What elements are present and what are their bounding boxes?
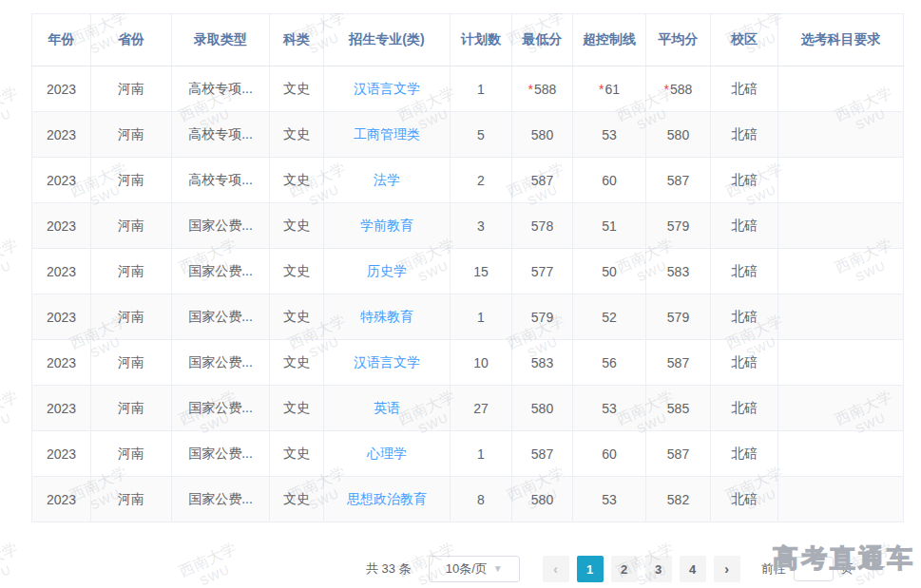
cell-avg: 579: [646, 203, 711, 249]
cell-avg: 580: [646, 112, 711, 158]
cell-req: [778, 112, 904, 158]
cell-subject: 文史: [270, 431, 324, 477]
column-header-subject: 科类: [270, 14, 324, 66]
cell-province: 河南: [91, 66, 172, 112]
column-header-avg: 平均分: [646, 14, 711, 66]
cell-avg: 579: [646, 294, 711, 340]
cell-subject: 文史: [270, 249, 324, 294]
cell-major: 特殊教育: [324, 294, 451, 340]
column-header-year: 年份: [32, 14, 91, 66]
major-link[interactable]: 思想政治教育: [347, 491, 427, 506]
page: 年份省份录取类型科类招生专业(类)计划数最低分超控制线平均分校区选考科目要求 2…: [0, 13, 921, 588]
cell-year: 2023: [32, 112, 91, 158]
table-row: 2023河南国家公费...文史历史学1557750583北碚: [32, 249, 904, 294]
cell-major: 法学: [324, 158, 451, 203]
cell-req: [778, 386, 904, 431]
watermark-tile: 西南大学SWU: [0, 235, 28, 292]
page-size-select[interactable]: 10条/页 ▼: [429, 556, 520, 582]
table-row: 2023河南高校专项...文史汉语言文学1*588*61*588北碚: [32, 66, 904, 112]
cell-avg: 582: [646, 477, 711, 522]
cell-avg: *588: [646, 66, 711, 112]
column-header-above: 超控制线: [573, 14, 646, 66]
column-header-type: 录取类型: [172, 14, 270, 66]
jump-prefix-label: 前往: [761, 560, 786, 578]
cell-year: 2023: [32, 158, 91, 203]
column-header-req: 选考科目要求: [778, 14, 904, 66]
cell-above: *61: [573, 66, 646, 112]
cell-req: [778, 294, 904, 340]
cell-req: [778, 158, 904, 203]
major-link[interactable]: 汉语言文学: [354, 81, 420, 96]
major-link[interactable]: 特殊教育: [360, 309, 413, 324]
star-marker: *: [664, 82, 669, 97]
cell-min: *588: [512, 66, 573, 112]
pagination-bar: 共 33 条 10条/页 ▼ ‹ 1234 › 前往 页: [366, 556, 854, 582]
prev-page-button[interactable]: ‹: [543, 556, 569, 582]
cell-subject: 文史: [270, 203, 324, 249]
cell-min: 587: [512, 158, 573, 203]
cell-above: 56: [573, 340, 646, 386]
major-link[interactable]: 英语: [374, 400, 400, 415]
page-button-1[interactable]: 1: [577, 556, 604, 582]
table-row: 2023河南国家公费...文史学前教育357851579北碚: [32, 203, 904, 249]
major-link[interactable]: 心理学: [367, 446, 407, 461]
cell-above: 53: [573, 386, 646, 431]
cell-plan: 2: [451, 158, 512, 203]
cell-campus: 北碚: [711, 66, 778, 112]
next-page-button[interactable]: ›: [714, 556, 740, 582]
cell-min: 580: [512, 112, 573, 158]
table-row: 2023河南国家公费...文史心理学158760587北碚: [32, 431, 904, 477]
cell-type: 国家公费...: [172, 340, 270, 386]
cell-major: 工商管理类: [324, 112, 451, 158]
page-button-3[interactable]: 3: [645, 556, 672, 582]
page-button-2[interactable]: 2: [611, 556, 638, 582]
major-link[interactable]: 汉语言文学: [354, 354, 420, 370]
major-link[interactable]: 学前教育: [360, 218, 413, 233]
cell-avg: 587: [646, 340, 711, 386]
cell-campus: 北碚: [711, 294, 778, 340]
page-jumper: 前往 页: [761, 557, 854, 581]
table-header-row: 年份省份录取类型科类招生专业(类)计划数最低分超控制线平均分校区选考科目要求: [32, 14, 904, 66]
cell-major: 英语: [324, 386, 451, 431]
major-link[interactable]: 法学: [374, 172, 400, 187]
cell-avg: 587: [646, 431, 711, 477]
cell-min: 580: [512, 386, 573, 431]
column-header-campus: 校区: [711, 14, 778, 66]
cell-avg: 587: [646, 158, 711, 203]
watermark-tile: 西南大学SWU: [0, 387, 28, 444]
major-link[interactable]: 工商管理类: [354, 126, 420, 142]
cell-campus: 北碚: [711, 386, 778, 431]
cell-year: 2023: [32, 386, 91, 431]
table-row: 2023河南国家公费...文史英语2758053585北碚: [32, 386, 904, 431]
column-header-plan: 计划数: [451, 14, 512, 66]
cell-campus: 北碚: [711, 112, 778, 158]
cell-year: 2023: [32, 431, 91, 477]
cell-req: [778, 249, 904, 294]
cell-province: 河南: [91, 431, 172, 477]
cell-type: 国家公费...: [172, 431, 270, 477]
cell-year: 2023: [32, 66, 91, 112]
cell-type: 高校专项...: [172, 66, 270, 112]
jump-page-input[interactable]: [794, 557, 834, 581]
cell-major: 思想政治教育: [324, 477, 451, 522]
cell-plan: 27: [451, 386, 512, 431]
page-button-4[interactable]: 4: [680, 556, 706, 582]
cell-major: 汉语言文学: [324, 66, 451, 112]
cell-min: 578: [512, 203, 573, 249]
cell-subject: 文史: [270, 386, 324, 431]
cell-plan: 8: [451, 477, 512, 522]
cell-subject: 文史: [270, 477, 324, 522]
cell-type: 高校专项...: [172, 112, 270, 158]
cell-above: 52: [573, 294, 646, 340]
cell-above: 51: [573, 203, 646, 249]
cell-province: 河南: [91, 386, 172, 431]
chevron-down-icon: ▼: [493, 564, 503, 574]
table-row: 2023河南国家公费...文史汉语言文学1058356587北碚: [32, 340, 904, 386]
cell-plan: 5: [451, 112, 512, 158]
cell-province: 河南: [91, 112, 172, 158]
admissions-table: 年份省份录取类型科类招生专业(类)计划数最低分超控制线平均分校区选考科目要求 2…: [31, 13, 904, 522]
cell-plan: 3: [451, 203, 512, 249]
cell-subject: 文史: [270, 294, 324, 340]
major-link[interactable]: 历史学: [367, 263, 407, 278]
cell-major: 学前教育: [324, 203, 451, 249]
